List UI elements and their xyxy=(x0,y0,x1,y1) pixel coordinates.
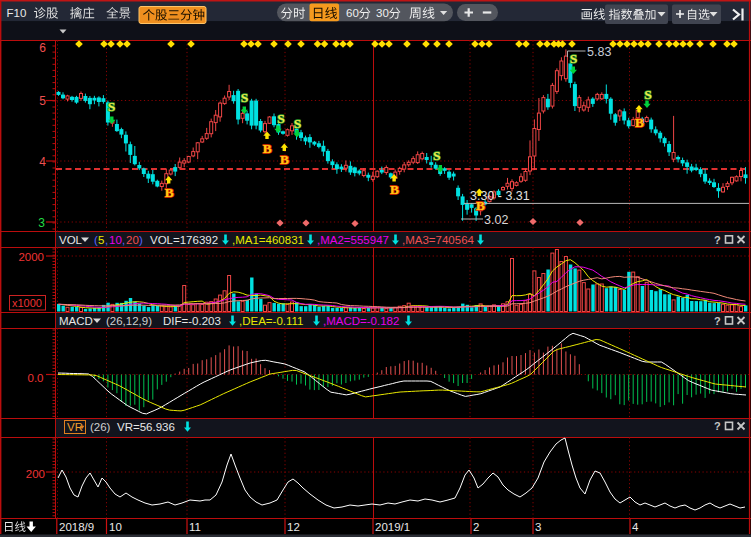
svg-text:F10: F10 xyxy=(7,7,27,19)
svg-text:20: 20 xyxy=(126,234,139,246)
svg-text:11: 11 xyxy=(189,521,201,533)
svg-text:S: S xyxy=(241,90,249,105)
svg-text:3.02: 3.02 xyxy=(484,213,508,227)
svg-text:VR=56.936: VR=56.936 xyxy=(117,421,175,433)
svg-text:,: , xyxy=(105,234,108,246)
svg-text:30: 30 xyxy=(376,7,389,19)
svg-text:4: 4 xyxy=(39,155,46,169)
svg-text:2: 2 xyxy=(473,521,479,533)
svg-text:,MA1=460831: ,MA1=460831 xyxy=(232,234,304,246)
svg-text:(26): (26) xyxy=(90,421,111,433)
svg-text:S: S xyxy=(108,99,116,114)
svg-text:?: ? xyxy=(714,420,721,432)
svg-text:MACD: MACD xyxy=(59,315,93,327)
svg-text:6: 6 xyxy=(39,41,46,55)
svg-text:B: B xyxy=(390,182,399,197)
svg-text:B: B xyxy=(165,185,174,200)
svg-text:200: 200 xyxy=(26,468,45,480)
svg-text:(26,12,9): (26,12,9) xyxy=(106,315,152,327)
svg-text:x1000: x1000 xyxy=(12,297,42,309)
svg-text:3: 3 xyxy=(535,521,541,533)
svg-text:10: 10 xyxy=(109,234,122,246)
svg-text:2018/9: 2018/9 xyxy=(59,521,94,533)
svg-text:,: , xyxy=(122,234,125,246)
svg-text:,MA3=740564: ,MA3=740564 xyxy=(402,234,475,246)
svg-text:12: 12 xyxy=(287,521,300,533)
svg-text:B: B xyxy=(476,198,485,213)
svg-text:?: ? xyxy=(714,234,721,246)
svg-text:2000: 2000 xyxy=(18,251,44,263)
svg-text:4: 4 xyxy=(632,521,639,533)
svg-text:S: S xyxy=(570,51,578,66)
svg-text:VOL=176392: VOL=176392 xyxy=(150,234,218,246)
svg-text:S: S xyxy=(644,87,652,102)
svg-text:?: ? xyxy=(714,315,721,327)
svg-text:B: B xyxy=(280,152,289,167)
svg-text:VOL: VOL xyxy=(59,234,83,246)
svg-text:,DEA=-0.111: ,DEA=-0.111 xyxy=(239,315,303,327)
svg-text:5.83: 5.83 xyxy=(587,45,611,59)
svg-text:5: 5 xyxy=(39,94,46,108)
svg-text:,MA2=555947: ,MA2=555947 xyxy=(317,234,389,246)
svg-text:60: 60 xyxy=(346,7,359,19)
svg-text:S: S xyxy=(277,111,285,126)
svg-text:2019/1: 2019/1 xyxy=(375,521,410,533)
svg-text:5: 5 xyxy=(98,234,104,246)
svg-text:3: 3 xyxy=(38,216,45,230)
svg-text:DIF=-0.203: DIF=-0.203 xyxy=(163,315,221,327)
svg-text:B: B xyxy=(263,141,272,156)
svg-text:): ) xyxy=(139,234,143,246)
svg-text:S: S xyxy=(433,148,441,163)
svg-text:,MACD=-0.182: ,MACD=-0.182 xyxy=(323,315,399,327)
svg-text:B: B xyxy=(635,115,644,130)
svg-text:S: S xyxy=(294,116,302,131)
svg-text:10: 10 xyxy=(109,521,122,533)
svg-text:0.0: 0.0 xyxy=(28,372,44,384)
